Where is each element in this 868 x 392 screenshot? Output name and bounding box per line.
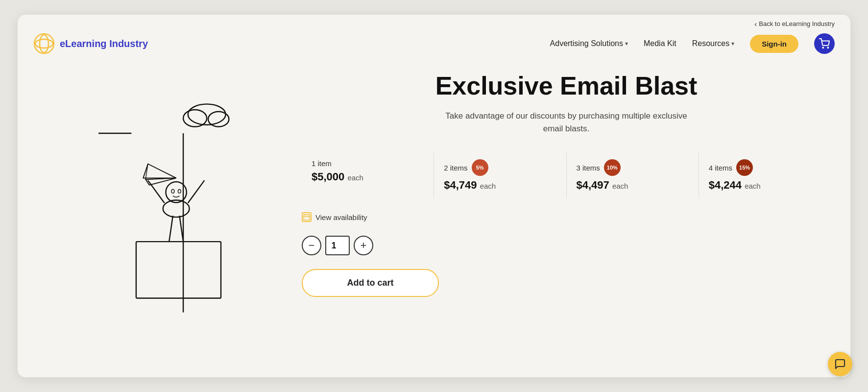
- top-bar: Back to eLearning Industry: [18, 15, 850, 28]
- svg-point-5: [188, 104, 226, 124]
- logo-text: eLearning Industry: [60, 38, 148, 49]
- pricing-tiers: 1 item $5,000 each 2 items 5% $4,749 eac…: [302, 152, 831, 198]
- product-illustration: [57, 72, 263, 317]
- product-subtitle: Take advantage of our discounts by purch…: [439, 110, 694, 135]
- logo-icon: [33, 33, 55, 54]
- signin-button[interactable]: Sign-in: [750, 35, 798, 53]
- svg-rect-22: [304, 215, 310, 220]
- svg-point-7: [208, 112, 229, 127]
- chevron-down-icon: ▾: [625, 40, 628, 47]
- discount-badge-15: 15%: [736, 159, 753, 176]
- tier-2-header: 2 items 5%: [444, 159, 556, 176]
- tier-4-header: 4 items 15%: [709, 159, 821, 176]
- view-availability-row[interactable]: View availability: [302, 212, 831, 222]
- quantity-row: − +: [302, 236, 831, 255]
- chat-icon: [834, 358, 846, 370]
- svg-point-2: [35, 39, 53, 48]
- tier-3-label: 3 items: [577, 164, 600, 172]
- nav-advertising[interactable]: Advertising Solutions ▾: [550, 39, 628, 48]
- chat-widget-button[interactable]: [828, 352, 852, 376]
- tier-3: 3 items 10% $4,497 each: [567, 152, 699, 198]
- tier-3-header: 3 items 10%: [577, 159, 689, 176]
- tier-1-price: $5,000 each: [312, 171, 424, 183]
- quantity-decrease-button[interactable]: −: [302, 236, 321, 255]
- tier-2-price: $4,749 each: [444, 179, 556, 192]
- header: eLearning Industry Advertising Solutions…: [18, 28, 850, 62]
- svg-point-3: [822, 47, 823, 48]
- svg-line-20: [169, 216, 173, 242]
- tier-1-header: 1 item: [312, 159, 424, 168]
- illustration-area: [37, 62, 282, 317]
- tier-2: 2 items 5% $4,749 each: [434, 152, 566, 198]
- quantity-input[interactable]: [325, 236, 350, 255]
- back-link[interactable]: Back to eLearning Industry: [754, 20, 835, 28]
- main-content: Exclusive Email Blast Take advantage of …: [18, 62, 850, 377]
- nav-media-kit[interactable]: Media Kit: [644, 39, 676, 48]
- tier-4-price: $4,244 each: [709, 179, 821, 192]
- tier-2-label: 2 items: [444, 164, 467, 172]
- svg-line-16: [188, 180, 205, 203]
- svg-point-13: [171, 189, 174, 193]
- product-title: Exclusive Email Blast: [302, 72, 831, 100]
- tier-3-price: $4,497 each: [577, 179, 689, 192]
- page-container: Back to eLearning Industry eLearning Ind…: [18, 15, 850, 377]
- logo-area: eLearning Industry: [33, 33, 148, 54]
- quantity-increase-button[interactable]: +: [354, 236, 373, 255]
- calendar-icon: [302, 212, 312, 222]
- svg-point-1: [40, 35, 48, 52]
- discount-badge-10: 10%: [604, 159, 621, 176]
- view-availability-text: View availability: [315, 213, 367, 221]
- svg-point-14: [178, 189, 181, 193]
- tier-1-label: 1 item: [312, 159, 332, 168]
- svg-marker-17: [143, 164, 176, 178]
- chevron-down-icon-resources: ▾: [731, 40, 734, 47]
- discount-badge-5: 5%: [472, 159, 488, 176]
- add-to-cart-button[interactable]: Add to cart: [302, 269, 439, 297]
- tier-4-label: 4 items: [709, 164, 732, 172]
- svg-rect-10: [136, 242, 221, 298]
- tier-1: 1 item $5,000 each: [302, 152, 434, 198]
- svg-point-0: [34, 34, 54, 53]
- nav-area: Advertising Solutions ▾ Media Kit Resour…: [550, 33, 835, 54]
- cart-icon: [819, 38, 830, 49]
- svg-point-4: [827, 47, 828, 48]
- nav-resources[interactable]: Resources ▾: [692, 39, 734, 48]
- svg-point-6: [183, 110, 207, 127]
- tier-4: 4 items 15% $4,244 each: [699, 152, 831, 198]
- product-area: Exclusive Email Blast Take advantage of …: [302, 62, 831, 297]
- cart-button[interactable]: [814, 33, 835, 54]
